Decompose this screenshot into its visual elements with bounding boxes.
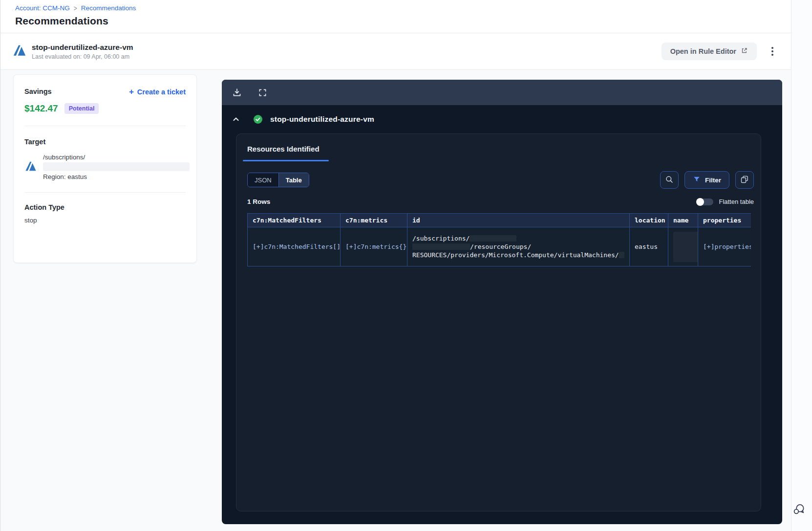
azure-icon-small [24, 160, 37, 175]
fullscreen-button[interactable] [257, 87, 268, 98]
open-in-rule-editor-button[interactable]: Open in Rule Editor [662, 43, 757, 60]
breadcrumb-separator-icon: > [74, 4, 77, 12]
target-path: /subscriptions/ [43, 154, 190, 161]
filter-button[interactable]: Filter [684, 171, 729, 189]
view-mode-json[interactable]: JSON [248, 173, 279, 187]
filter-funnel-icon [693, 176, 701, 185]
potential-badge: Potential [64, 103, 99, 114]
toggle-knob [696, 198, 704, 206]
cell-id[interactable]: /subscriptions/ /resourceGroups/ RESOURC… [407, 227, 630, 266]
page-title: Recommendations [15, 15, 791, 27]
table-meta-row: 1 Rows Flatten table [247, 198, 754, 205]
view-mode-segmented-control: JSON Table [247, 173, 309, 187]
cell-matched-filters[interactable]: [+]c7n:MatchedFilters[] [248, 227, 341, 266]
column-header-properties[interactable]: properties [698, 214, 751, 227]
id-line-2: /resourceGroups/ [470, 243, 531, 251]
header-actions: Open in Rule Editor [662, 43, 777, 60]
create-ticket-button[interactable]: + Create a ticket [129, 88, 186, 96]
column-header-id[interactable]: id [407, 214, 630, 227]
id-line-1: /subscriptions/ [412, 234, 470, 243]
plus-icon: + [129, 88, 134, 96]
external-link-icon [741, 47, 748, 56]
recommendations-page: Account: CCM-NG > Recommendations Recomm… [0, 0, 812, 531]
column-header-name[interactable]: name [668, 214, 698, 227]
rule-last-evaluated: Last evaluated on: 09 Apr, 06:00 am [32, 53, 133, 60]
action-type-label: Action Type [24, 203, 186, 211]
redacted-text [412, 243, 470, 250]
results-table-clip: c7n:MatchedFilters c7n:metrics id locati… [247, 213, 751, 266]
azure-icon [12, 43, 27, 60]
redacted-name [673, 232, 698, 262]
rule-name: stop-underutilized-azure-vm [32, 43, 133, 52]
table-controls-row: JSON Table [247, 171, 754, 189]
chat-help-button[interactable] [792, 503, 807, 517]
results-panel: stop-underutilized-azure-vm Resources Id… [222, 80, 782, 524]
target-region: Region: eastus [43, 173, 190, 180]
download-button[interactable] [232, 87, 242, 98]
redacted-subscription-id [43, 162, 190, 171]
open-in-rule-editor-label: Open in Rule Editor [670, 47, 736, 55]
savings-amount: $142.47 [24, 103, 58, 114]
target-label: Target [24, 138, 186, 146]
filter-label: Filter [705, 177, 721, 184]
rows-count: 1 Rows [247, 198, 270, 205]
id-line-3: RESOURCES/providers/Microsoft.Compute/vi… [412, 251, 619, 259]
right-gutter [791, 0, 812, 531]
card-divider [24, 192, 186, 193]
active-tab-underline [243, 160, 329, 161]
breadcrumb-account-link[interactable]: Account: CCM-NG [15, 4, 70, 12]
cell-metrics[interactable]: [+]c7n:metrics{} [341, 227, 407, 266]
breadcrumb-recommendations-link[interactable]: Recommendations [81, 4, 136, 12]
panel-toolbar [222, 80, 782, 105]
column-header-matched-filters[interactable]: c7n:MatchedFilters [248, 214, 341, 227]
collapse-chevron-icon[interactable] [232, 115, 240, 124]
kebab-menu-button[interactable] [768, 45, 777, 58]
panel-title-row: stop-underutilized-azure-vm [222, 105, 782, 133]
column-header-location[interactable]: location [630, 214, 668, 227]
redacted-text [619, 252, 624, 258]
column-header-metrics[interactable]: c7n:metrics [341, 214, 407, 227]
flatten-table-label: Flatten table [719, 198, 754, 205]
target-row: /subscriptions/ Region: eastus [24, 154, 186, 180]
panel-rule-name: stop-underutilized-azure-vm [270, 115, 374, 124]
copy-icon [740, 175, 749, 185]
resources-identified-card: Resources Identified JSON Table [236, 133, 761, 511]
search-button[interactable] [660, 171, 679, 189]
results-table: c7n:MatchedFilters c7n:metrics id locati… [247, 213, 751, 266]
chat-bubbles-icon [792, 510, 806, 518]
cell-location[interactable]: eastus [630, 227, 668, 266]
topbar: Account: CCM-NG > Recommendations Recomm… [0, 0, 791, 33]
table-header-row: c7n:MatchedFilters c7n:metrics id locati… [248, 214, 751, 227]
card-divider [24, 126, 186, 126]
action-type-value: stop [24, 217, 186, 224]
view-mode-table[interactable]: Table [279, 173, 309, 187]
cell-name[interactable] [668, 227, 698, 266]
savings-label: Savings [24, 88, 52, 95]
tab-resources-identified[interactable]: Resources Identified [247, 144, 320, 153]
rule-header: stop-underutilized-azure-vm Last evaluat… [0, 33, 791, 70]
redacted-text [470, 235, 516, 242]
main-content: Savings + Create a ticket $142.47 Potent… [0, 70, 791, 531]
search-icon [665, 175, 674, 185]
create-ticket-label: Create a ticket [137, 88, 186, 96]
flatten-table-toggle[interactable] [697, 199, 713, 205]
table-row: [+]c7n:MatchedFilters[] [+]c7n:metrics{}… [248, 227, 751, 266]
success-check-icon [253, 114, 263, 124]
rule-identity: stop-underutilized-azure-vm Last evaluat… [12, 43, 133, 60]
cell-properties[interactable]: [+]properties [698, 227, 751, 266]
copy-button[interactable] [735, 171, 754, 189]
breadcrumb: Account: CCM-NG > Recommendations [15, 4, 791, 12]
savings-card: Savings + Create a ticket $142.47 Potent… [13, 74, 197, 263]
